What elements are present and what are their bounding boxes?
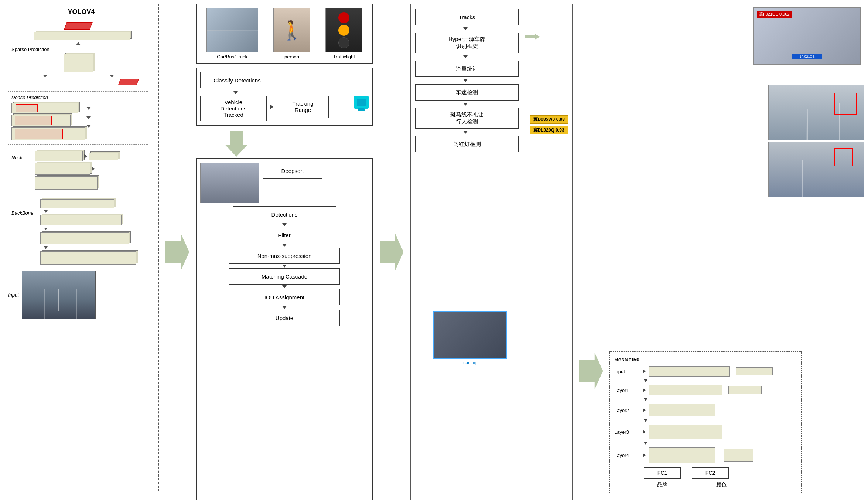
panel-right: 冀F021OE 0.962 1F:021OE ResNet50 (609, 4, 864, 500)
detection-categories: Car/Bus/Truck 🚶 person (196, 4, 373, 64)
camera-views (768, 85, 864, 197)
fc2-box: FC2 (692, 467, 729, 479)
update-box: Update (229, 310, 340, 326)
arrow-to-resnet (576, 4, 606, 500)
deepsort-label: Deepsort (263, 163, 322, 179)
arrow-p2-p3 (377, 4, 406, 500)
fc1-box: FC1 (644, 467, 681, 479)
traffic-light-icon (354, 96, 369, 109)
matching-cascade-box: Matching Cascade (229, 268, 340, 285)
car-image (200, 163, 259, 203)
dense-section: Dense Prediction (8, 91, 148, 145)
classify-section: Classify Detections Vehicle Detections T… (196, 68, 373, 126)
yolov4-title: YOLOV4 (8, 8, 154, 16)
iou-box: IOU Assignment (229, 289, 340, 305)
resnet-layer4-label: Layer4 (614, 453, 640, 458)
license-plate-red: 冀F021OE 0.962 (757, 11, 792, 18)
category-person-label: person (273, 54, 310, 59)
flow-stats-box: 流量统计 (415, 61, 519, 77)
category-car-label: Car/Bus/Truck (206, 54, 258, 59)
panel-yolov4: YOLOV4 Sparse Prediction (4, 4, 159, 491)
resnet-layer1-row: Layer1 (614, 385, 797, 395)
arrow-to-carimg (525, 34, 540, 40)
license-plates: 冀D085W0 0.98 冀DL029Q 0.93 (530, 115, 568, 134)
camera-view-1 (768, 85, 864, 140)
resnet-input-label: Input (614, 369, 640, 374)
plate2: 冀DL029Q 0.93 (530, 126, 568, 134)
deepsort-panel: Deepsort Detections Filter Non-max-suppr… (196, 158, 373, 500)
sparse-section: Sparse Prediction (8, 19, 148, 88)
resnet-layer2-row: Layer2 (614, 404, 797, 416)
resnet-title: ResNet50 (614, 356, 797, 362)
input-section: Input (8, 271, 154, 319)
main-container: YOLOV4 Sparse Prediction (0, 0, 868, 504)
neck-label: Neck (11, 155, 32, 160)
car-top-image: 冀F021OE 0.962 1F:021OE (753, 7, 861, 65)
deepsort-flow: Detections Filter Non-max-suppression Ma… (200, 206, 369, 326)
input-label: Input (8, 292, 19, 298)
camera-view-2 (768, 142, 864, 197)
resnet-panel: ResNet50 Input Layer1 (609, 351, 802, 493)
dense-label: Dense Prediction (11, 95, 85, 100)
redlight-box: 闯红灯检测 (415, 136, 519, 152)
resnet-layer4-row: Layer4 (614, 447, 797, 463)
resnet-layer2-label: Layer2 (614, 408, 640, 413)
classify-box: Classify Detections (200, 72, 274, 88)
output-row: 品牌 颜色 (644, 481, 797, 488)
filter-box: Filter (233, 227, 336, 243)
resnet-input-row: Input (614, 366, 797, 377)
arrow-p1-p2 (163, 4, 192, 500)
resnet-layer3-row: Layer3 (614, 425, 797, 439)
arrow-to-deepsort (225, 131, 373, 157)
sparse-label: Sparse Prediction (11, 47, 145, 52)
resnet-layer3-label: Layer3 (614, 429, 640, 435)
fc-row: FC1 FC2 (644, 467, 797, 479)
backbone-label: BackBone (11, 210, 37, 216)
vehicle-tracked-box: Vehicle Detections Tracked (200, 96, 267, 121)
plate1: 冀D085W0 0.98 (530, 115, 568, 124)
backbone-section: BackBone (8, 196, 148, 268)
car-jpg-label: car.jpg (463, 360, 476, 365)
car-blue-outline: car.jpg (433, 311, 507, 359)
resnet-layer1-label: Layer1 (614, 388, 640, 393)
neck-section: Neck (8, 148, 148, 193)
category-traffic-label: Trafficlight (325, 54, 362, 59)
tracks-box: Tracks (415, 9, 519, 25)
tracking-range-box: Tracking Range (277, 96, 329, 118)
category-traffic: Trafficlight (325, 8, 362, 59)
output1-label: 品牌 (644, 481, 681, 488)
nms-box: Non-max-suppression (229, 248, 340, 264)
speed-box: 车速检测 (415, 84, 519, 101)
category-person: 🚶 person (273, 8, 310, 59)
category-car: Car/Bus/Truck (206, 8, 258, 59)
output2-label: 颜色 (703, 481, 740, 488)
detections-box: Detections (233, 206, 336, 222)
panel-tracking: Tracks Hyper开源车牌 识别框架 流量统计 车速检测 斑马线不礼让 行… (410, 4, 573, 500)
hyper-box: Hyper开源车牌 识别框架 (415, 33, 519, 53)
panel2-container: Car/Bus/Truck 🚶 person (196, 4, 373, 500)
zebra-box: 斑马线不礼让 行人检测 (415, 108, 519, 129)
resnet-layers: Input Layer1 Layer2 (614, 366, 797, 488)
